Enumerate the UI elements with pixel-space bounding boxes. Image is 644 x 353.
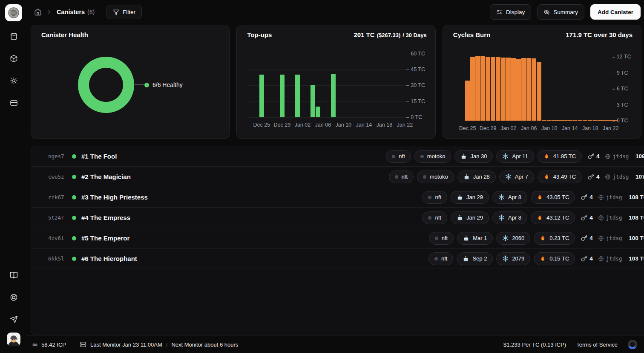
cake-icon [463,235,469,241]
bar-jan-23 [613,120,618,121]
cycles-balance: 108 TC [627,194,644,200]
table-row[interactable]: zzk67#3 The High Priestessnft Jan 29 Apr… [31,187,644,208]
avatar-image [7,333,20,346]
tag-pill-motoko: motoko [414,150,451,163]
sidebar-item-support[interactable] [6,290,21,304]
user-avatar[interactable] [7,333,20,346]
table-row[interactable]: 6kk5l#6 The Hierophantnft Sep 2 2079 0.1… [31,249,644,269]
app-root: Canisters (6) Filter Display [0,0,644,353]
canister-health-card: Canister Health 6/6 Healthy [31,25,230,139]
tick-dash [406,101,409,102]
y-axis-tick-label: 3 TC [617,102,628,108]
fire-icon [543,174,550,180]
breadcrumb: Canisters (6) [34,8,95,16]
bar-jan-19 [593,120,598,121]
status-bar-right: $1.233 Per TC (0.13 ICP) Terms of Servic… [503,340,637,349]
bar-dec-27 [475,56,480,121]
y-axis-tick-label: 12 TC [617,54,631,60]
health-status-dot [72,154,76,159]
topup-date-pill: Jan 29 [451,211,489,224]
bar-jan-08 [331,74,336,117]
page-title: Canisters [57,9,85,15]
main-area: Canisters (6) Filter Display [27,0,644,353]
burn-card-title: Cycles Burn [453,31,491,38]
bar-dec-29 [280,75,285,117]
key-icon [588,174,594,180]
sidebar-item-feedback[interactable] [6,312,21,327]
last-monitor-text: Last Monitor Jan 23 11:00AM [90,341,162,348]
status-bar-left: ∞ 58.42 ICP Last Monitor Jan 23 11:00AM … [32,341,238,348]
snowflake-icon [502,153,509,159]
canister-id: 5t24r [48,214,66,221]
icp-balance[interactable]: 58.42 ICP [41,341,66,348]
monitor-divider: / [166,341,168,348]
summary-label: Summary [553,9,578,15]
topup-date-pill: Jan 28 [457,171,496,183]
cycles-balance: 100 TC [627,235,644,241]
canister-name: #2 The Magician [81,173,131,180]
table-row[interactable]: nges7#1 The Foolnftmotoko Jan 30 Apr 11 … [31,146,644,167]
row-details: nft Jan 29 Apr 8 43.12 TC 4 jtdsg108 TC5… [419,211,644,224]
add-canister-button[interactable]: Add Canister [590,4,641,20]
key-icon [581,194,587,200]
health-status-dot [72,195,76,200]
tick-dash [406,85,409,86]
bar-jan-01 [501,58,506,121]
bar-dec-30 [491,57,496,121]
sidebar-item-docs[interactable] [6,268,21,282]
controllers-count: 4 [588,153,600,159]
table-row[interactable]: 5t24r#4 The Empressnft Jan 29 Apr 8 43.1… [31,208,644,228]
freeze-date-pill: Apr 8 [492,191,527,204]
bar-dec-25 [465,81,470,121]
freeze-date-pill: 2060 [496,232,530,245]
health-legend: 6/6 Healthy [144,81,183,88]
fire-icon [537,214,543,221]
burn-rate-pill: 0.15 TC [534,252,575,265]
cake-icon [463,255,469,262]
cake-icon [463,174,470,180]
tag-dot [392,155,395,158]
sidebar-item-settings[interactable] [6,73,21,88]
topups-period: / 30 Days [402,32,426,38]
health-card-title: Canister Health [41,31,88,38]
status-widget-icon[interactable] [628,340,637,349]
table-row[interactable]: 4zv6l#5 The Emperornft Mar 1 2060 0.23 T… [31,228,644,249]
cycles-balance: 108 TC [627,214,644,221]
gridline [249,54,406,54]
tc-rate: $1.233 Per TC (0.13 ICP) [503,341,566,348]
key-icon [581,235,587,241]
summary-button[interactable]: Summary [537,4,584,20]
row-details: nft Sep 2 2079 0.15 TC 4 jtdsg103 TC500M… [425,252,644,265]
canister-name: #3 The High Priestess [81,194,148,201]
row-details: nft Mar 1 2060 0.23 TC 4 jtdsg100 TC492M… [426,232,644,245]
table-row[interactable]: cwu5z#2 The Magiciannftmotoko Jan 28 Apr… [31,167,644,187]
tick-dash [406,117,409,118]
tick-dash [406,54,409,55]
app-logo[interactable] [5,4,22,21]
subnet-id: jtdsg [598,255,622,262]
tag-dot [435,237,438,240]
cycles-balance: 107 TC [634,174,644,180]
next-monitor-text: Next Monitor about 6 hours [171,341,238,348]
subnet-id: jtdsg [605,174,629,180]
x-axis-tick-label: Jan 22 [598,125,624,131]
subnet-id: jtdsg [605,153,629,159]
y-axis-tick-label: 45 TC [411,67,425,72]
filter-button[interactable]: Filter [106,5,142,19]
x-axis-tick-label: Jan 22 [392,122,417,128]
bar-dec-25 [259,75,264,117]
terms-of-service-link[interactable]: Terms of Service [576,341,618,348]
health-status-dot [72,216,76,220]
sidebar-item-modules[interactable] [6,51,21,66]
home-icon[interactable] [34,8,42,16]
healthy-dot [144,83,149,87]
fire-icon [543,153,550,159]
bar-jan-04 [516,59,521,121]
tick-dash [406,69,409,70]
sidebar-item-billing[interactable] [6,95,21,110]
cake-icon [457,214,463,221]
cube-icon [10,55,18,63]
sidebar-item-canisters[interactable] [6,29,21,43]
display-button[interactable]: Display [490,4,531,20]
top-bar-actions: Display Summary Add Canister [490,4,641,20]
